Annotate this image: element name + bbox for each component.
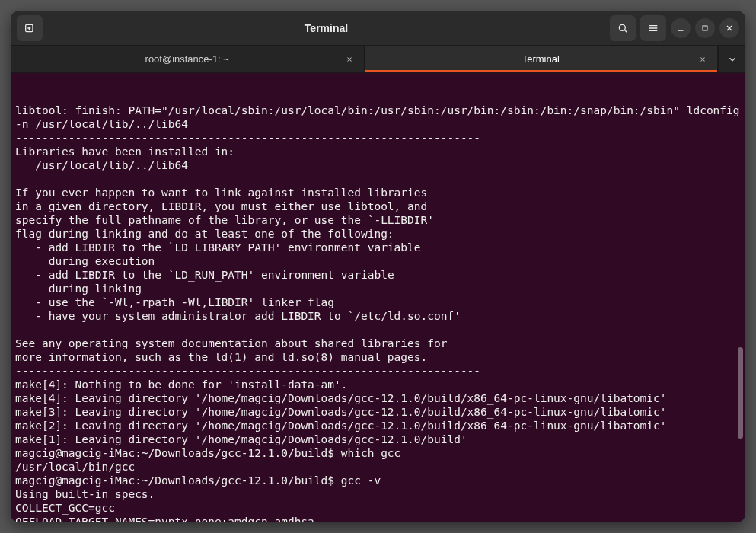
search-button[interactable] <box>610 15 636 41</box>
tab-bar: root@instance-1: ~ Terminal <box>11 46 745 73</box>
terminal-body[interactable]: libtool: finish: PATH="/usr/local/sbin:/… <box>11 73 745 522</box>
new-tab-button[interactable] <box>17 15 43 41</box>
tab-label: root@instance-1: ~ <box>145 53 229 65</box>
menu-button[interactable] <box>640 15 666 41</box>
tab-label: Terminal <box>522 53 560 65</box>
terminal-window: Terminal root@ <box>11 11 745 522</box>
tab-terminal[interactable]: Terminal <box>365 46 719 72</box>
tab-overflow-button[interactable] <box>718 46 745 72</box>
svg-point-1 <box>619 24 625 30</box>
tab-root-instance[interactable]: root@instance-1: ~ <box>11 46 365 72</box>
tab-close-icon[interactable] <box>696 53 710 66</box>
maximize-button[interactable] <box>695 18 715 38</box>
terminal-output: libtool: finish: PATH="/usr/local/sbin:/… <box>15 104 741 522</box>
titlebar: Terminal <box>11 11 745 46</box>
minimize-button[interactable] <box>671 18 691 38</box>
window-title: Terminal <box>43 22 610 34</box>
svg-rect-2 <box>703 26 707 30</box>
scrollbar-thumb[interactable] <box>738 347 743 439</box>
close-button[interactable] <box>719 18 739 38</box>
tab-close-icon[interactable] <box>343 53 356 66</box>
